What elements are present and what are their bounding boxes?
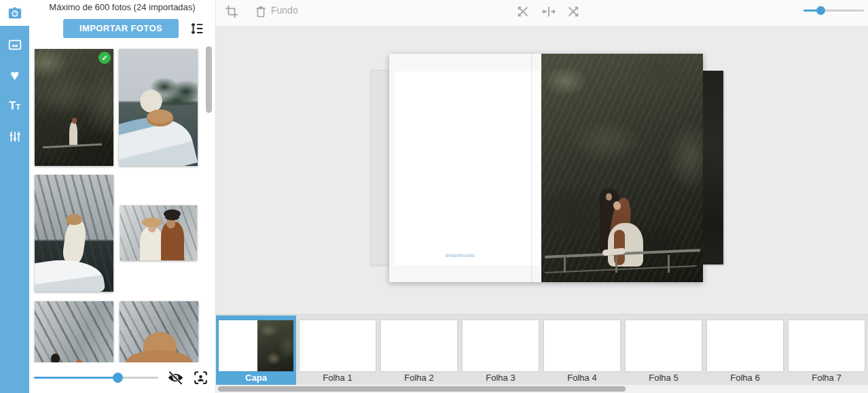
railing-shape xyxy=(545,265,697,273)
photo-count-label: Máximo de 600 fotos (24 importadas) xyxy=(29,2,215,12)
railing-post-shape xyxy=(615,255,617,273)
left-sidebar: ♥ TT xyxy=(0,0,29,393)
page-tab-folha-5[interactable]: Folha 5 xyxy=(623,315,704,386)
figure-head-shape xyxy=(166,218,176,228)
photo-panel-scrollbar-thumb[interactable] xyxy=(206,46,212,113)
mini-front-cover xyxy=(257,320,293,371)
page-label: Folha 3 xyxy=(460,373,541,383)
crop-icon[interactable] xyxy=(224,4,239,19)
used-check-badge: ✓ xyxy=(98,52,111,64)
hat-shape xyxy=(66,214,82,224)
page-label: Folha 1 xyxy=(297,373,378,383)
delete-background-icon[interactable] xyxy=(254,4,269,19)
sidebar-item-text[interactable]: TT xyxy=(0,90,29,121)
canvas-zoom-slider[interactable] xyxy=(803,4,864,16)
page-label: Folha 4 xyxy=(542,373,622,383)
cover-photo[interactable] xyxy=(541,54,703,282)
page-thumbnail xyxy=(463,320,539,371)
page-label: Capa xyxy=(216,373,296,383)
slider-fill xyxy=(34,377,117,379)
page-label: Folha 7 xyxy=(786,373,867,383)
editor-main: Fundo xyxy=(216,0,868,393)
page-tab-capa[interactable]: Capa xyxy=(216,315,296,386)
page-thumbnail xyxy=(707,320,783,371)
page-tab-folha-1[interactable]: Folha 1 xyxy=(297,315,378,386)
sidebar-item-adjustments[interactable] xyxy=(0,121,29,152)
photo-thumbnail-boat-reach[interactable] xyxy=(119,49,198,166)
adjustments-icon xyxy=(7,129,22,144)
railing-post-shape xyxy=(564,255,566,273)
page-tab-folha-4[interactable]: Folha 4 xyxy=(542,315,622,386)
pages-strip-scrollbar xyxy=(216,385,868,393)
sidebar-tools: ♥ TT xyxy=(0,26,29,393)
cover-photo-bleed xyxy=(703,71,723,264)
sort-photos-icon[interactable] xyxy=(189,21,204,36)
split-pages-icon[interactable] xyxy=(541,4,556,19)
slider-thumb[interactable] xyxy=(113,373,123,383)
photo-thumbnail-cliff-couple[interactable]: ✓ xyxy=(35,49,113,166)
page-thumbnail xyxy=(381,320,457,371)
book-canvas[interactable]: dreambooks xyxy=(216,26,868,314)
figure-shape xyxy=(608,223,643,267)
page-tab-folha-3[interactable]: Folha 3 xyxy=(460,315,541,386)
figure-head-shape xyxy=(72,118,77,124)
camera-icon xyxy=(7,5,23,20)
mini-back-cover xyxy=(219,320,257,371)
page-tab-folha-2[interactable]: Folha 2 xyxy=(379,315,459,386)
sidebar-item-camera[interactable] xyxy=(0,0,29,26)
photos-icon xyxy=(7,37,22,52)
background-label: Fundo xyxy=(271,5,298,16)
photobook-editor: ♥ TT Máximo de 600 fotos (24 importadas)… xyxy=(0,0,868,393)
import-photos-button[interactable]: IMPORTAR FOTOS xyxy=(63,19,179,38)
photo-library-panel: Máximo de 600 fotos (24 importadas) IMPO… xyxy=(29,0,216,393)
brand-logo-text: dreambooks xyxy=(389,253,531,258)
photo-thumbnail-boat-bow[interactable] xyxy=(35,175,113,292)
text-icon: TT xyxy=(9,99,20,113)
thumbnail-size-slider[interactable] xyxy=(34,372,158,383)
hat-shape xyxy=(142,218,162,228)
page-thumbnail xyxy=(300,320,376,371)
slider-fill xyxy=(803,10,820,12)
page-thumbnail xyxy=(219,320,293,371)
hat-shape xyxy=(164,209,181,218)
page-thumbnail xyxy=(544,320,620,371)
page-label: Folha 5 xyxy=(623,373,704,383)
slider-thumb[interactable] xyxy=(816,6,825,15)
page-label: Folha 6 xyxy=(705,373,785,383)
railing-post-shape xyxy=(668,255,670,273)
page-tab-folha-6[interactable]: Folha 6 xyxy=(705,315,785,386)
hide-used-photos-icon[interactable] xyxy=(167,369,184,386)
sidebar-item-favorites[interactable]: ♥ xyxy=(0,60,29,90)
page-tab-folha-7[interactable]: Folha 7 xyxy=(786,315,867,386)
swap-photos-left-icon[interactable] xyxy=(516,4,530,19)
placeholder-image-icon[interactable] xyxy=(192,369,209,386)
swap-photos-right-icon[interactable] xyxy=(566,4,581,19)
sidebar-item-photos[interactable] xyxy=(0,29,29,60)
page-thumbnail xyxy=(626,320,702,371)
pages-strip: Capa Folha 1 Folha 2 Folha 3 Folha 4 Fol… xyxy=(216,314,868,385)
heart-icon: ♥ xyxy=(10,68,19,83)
cover-spine-line xyxy=(531,54,532,282)
page-label: Folha 2 xyxy=(379,373,459,383)
hat-shape xyxy=(147,109,173,126)
page-thumbnail xyxy=(789,320,865,371)
pages-strip-scrollbar-thumb[interactable] xyxy=(218,386,626,392)
photo-panel-footer xyxy=(29,362,215,393)
figure-shape xyxy=(69,122,77,145)
editor-toolbar: Fundo xyxy=(216,0,868,26)
photo-thumbnail-couple-portrait[interactable] xyxy=(120,205,197,260)
photo-panel-scrollbar xyxy=(206,41,212,360)
